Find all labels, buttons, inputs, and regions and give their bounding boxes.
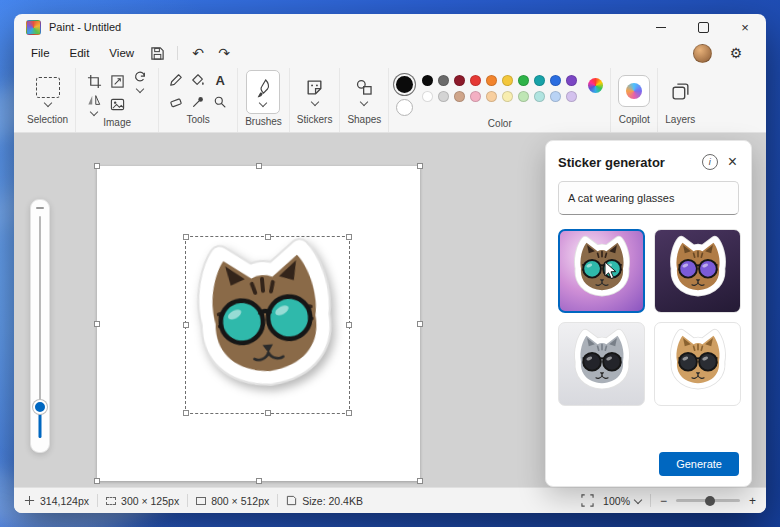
info-icon[interactable]: i [702,154,718,170]
zoom-slider[interactable] [676,499,740,502]
fill-bucket-icon[interactable] [191,73,205,87]
color-swatch[interactable] [422,91,433,102]
color-swatch[interactable] [518,91,529,102]
copilot-button[interactable] [618,75,650,107]
color-swatch[interactable] [534,91,545,102]
resize-handle[interactable] [94,321,100,327]
color-swatch[interactable] [470,91,481,102]
fit-to-screen-icon[interactable] [581,494,594,507]
color-swatch[interactable] [454,91,465,102]
group-label: Tools [186,112,209,130]
ribbon-group-layers: Layers [657,68,702,132]
color-swatch[interactable] [454,75,465,86]
sticker-option-3[interactable] [558,322,645,406]
color-swatch[interactable] [518,75,529,86]
color-swatch[interactable] [438,75,449,86]
resize-handle[interactable] [183,322,189,328]
sticker-icon [305,78,324,97]
slider-thumb[interactable] [33,400,47,414]
close-button[interactable]: × [724,14,766,40]
resize-handle[interactable] [346,322,352,328]
text-tool-icon[interactable]: A [215,74,224,87]
color-swatch[interactable] [550,75,561,86]
selection-rect-icon [36,77,60,98]
shapes-button[interactable] [355,78,374,105]
eraser-icon[interactable] [169,95,183,109]
brush-size-slider[interactable] [30,199,50,453]
resize-handle[interactable] [417,163,423,169]
chevron-down-icon [259,98,267,106]
rotate-button[interactable] [133,70,147,92]
resize-handle[interactable] [256,163,262,169]
color-swatch[interactable] [502,75,513,86]
resize-handle[interactable] [346,410,352,416]
resize-icon[interactable] [110,74,125,89]
ribbon-group-color: Color [388,68,610,132]
stickers-button[interactable] [305,78,324,105]
selection-tool-button[interactable] [36,77,60,106]
sticker-option-2[interactable] [654,229,741,313]
cat-sticker-thumbnail [662,235,734,307]
zoom-level-dropdown[interactable]: 100% [603,495,641,507]
title-bar[interactable]: Paint - Untitled × [14,14,766,40]
color-swatch[interactable] [566,75,577,86]
menu-edit[interactable]: Edit [61,44,99,62]
zoom-out-button[interactable]: − [660,494,667,508]
color-swatch[interactable] [534,75,545,86]
color-swatch[interactable] [486,91,497,102]
color-swatch[interactable] [422,75,433,86]
maximize-button[interactable] [682,14,724,40]
resize-handle[interactable] [265,410,271,416]
brushes-button[interactable] [246,70,280,114]
edit-colors-icon[interactable] [588,78,603,93]
flip-button[interactable] [87,93,101,115]
crop-icon[interactable] [87,74,102,89]
resize-handle[interactable] [265,234,271,240]
panel-close-icon[interactable]: × [726,154,739,170]
color-picker-icon[interactable] [191,95,205,109]
shapes-icon [355,78,374,97]
sticker-selection-box[interactable] [185,236,350,414]
image-picture-icon[interactable] [110,97,125,112]
resize-handle[interactable] [256,478,262,484]
sticker-option-4[interactable] [654,322,741,406]
drawing-canvas[interactable] [97,166,420,481]
group-label: Brushes [245,114,282,132]
menu-view[interactable]: View [100,44,143,62]
sticker-option-1[interactable] [558,229,645,313]
redo-icon[interactable]: ↷ [212,42,236,64]
color-swatch[interactable] [438,91,449,102]
zoom-in-button[interactable]: + [749,494,756,508]
panel-header: Sticker generator i × [546,141,751,179]
selection-size-status: 300 × 125px [106,495,179,507]
zoom-slider-thumb[interactable] [705,496,715,506]
account-avatar[interactable] [693,44,712,63]
layers-button[interactable] [670,81,691,102]
resize-handle[interactable] [417,478,423,484]
resize-handle[interactable] [417,321,423,327]
undo-icon[interactable]: ↶ [186,42,210,64]
color-swatch[interactable] [502,91,513,102]
settings-gear-icon[interactable]: ⚙ [724,42,748,64]
primary-color-well[interactable] [396,76,413,93]
resize-handle[interactable] [346,234,352,240]
color-swatch[interactable] [550,91,561,102]
cat-sticker-on-canvas[interactable] [173,232,359,418]
resize-handle[interactable] [94,163,100,169]
prompt-input[interactable]: A cat wearing glasses [558,181,739,215]
secondary-color-well[interactable] [396,99,413,116]
resize-handle[interactable] [94,478,100,484]
ribbon-group-copilot: Copilot [610,68,657,132]
menu-file[interactable]: File [22,44,59,62]
resize-handle[interactable] [183,234,189,240]
color-swatch[interactable] [566,91,577,102]
minimize-button[interactable] [640,14,682,40]
save-icon[interactable] [145,42,169,64]
color-swatch[interactable] [486,75,497,86]
resize-handle[interactable] [183,410,189,416]
magnifier-icon[interactable] [213,95,227,109]
pencil-icon[interactable] [169,73,183,87]
color-swatch[interactable] [470,75,481,86]
generate-button[interactable]: Generate [659,452,739,476]
divider [187,494,188,507]
